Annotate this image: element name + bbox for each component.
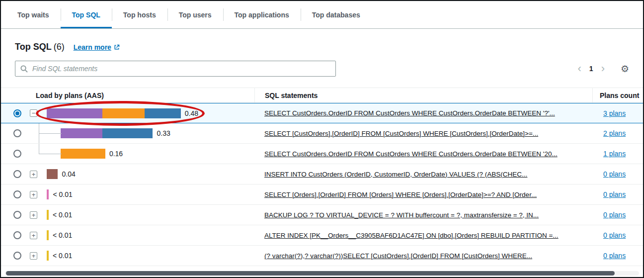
table-row: + < 0.01 BACKUP LOG ? TO VIRTUAL_DEVICE … — [1, 205, 643, 225]
load-bar-segment — [102, 108, 144, 118]
plans-count-cell: 0 plans — [592, 231, 644, 239]
row-radio-button[interactable] — [13, 109, 21, 117]
load-bar — [47, 251, 49, 261]
tab-label: Top SQL — [72, 11, 100, 19]
table-row: + < 0.01 SELECT [Orders].[OrderID] FROM … — [1, 185, 643, 205]
tab-label: Top users — [179, 11, 212, 19]
load-value: 0.04 — [62, 170, 75, 178]
expander-cell: + — [29, 225, 47, 245]
sql-statement-link[interactable]: BACKUP LOG ? TO VIRTUAL_DEVICE = ? WITH … — [264, 211, 539, 219]
search-input[interactable] — [32, 65, 330, 73]
sql-statement-cell: SELECT [Orders].[OrderID] FROM [Orders] … — [254, 185, 592, 204]
expand-toggle-icon[interactable]: − — [30, 109, 37, 117]
sql-statement-link[interactable]: ALTER INDEX [PK__Orders__C3905BAF6D1AC47… — [264, 232, 559, 239]
column-header-load: Load by plans (AAS) — [1, 88, 254, 102]
load-bar-cell: 0.16 — [47, 144, 254, 164]
load-bar — [61, 149, 105, 159]
radio-cell — [1, 103, 29, 123]
expand-toggle-icon[interactable]: + — [30, 232, 37, 239]
tab-top-databases[interactable]: Top databases — [301, 1, 372, 28]
column-header-plans: Plans count — [592, 88, 644, 102]
tab-top-sql[interactable]: Top SQL — [61, 1, 112, 28]
tree-connector-line — [39, 133, 62, 134]
page-number: 1 — [589, 65, 593, 73]
pagination: ‹ 1 › ⚙ — [575, 63, 630, 74]
expander-cell: + — [29, 164, 47, 184]
plans-count-cell: 1 plans — [592, 150, 644, 158]
table-row: + < 0.01 ALTER INDEX [PK__Orders__C3905B… — [1, 225, 643, 246]
load-bar-cell: 0.33 — [47, 123, 254, 143]
load-bar-cell: 0.48 — [47, 103, 254, 123]
load-value: < 0.01 — [53, 252, 72, 260]
load-bar-segment — [61, 149, 105, 159]
page-title-text: Top SQL — [15, 42, 52, 52]
row-radio-button[interactable] — [13, 150, 21, 158]
sql-statement-cell: SELECT CustOrders.OrderID FROM CustOrder… — [254, 103, 592, 123]
sql-statement-cell: BACKUP LOG ? TO VIRTUAL_DEVICE = ? WITH … — [254, 205, 592, 225]
table-row: 0.33 SELECT [CustOrders].[OrderID] FROM … — [1, 123, 643, 144]
row-radio-button[interactable] — [13, 190, 21, 198]
radio-cell — [1, 246, 29, 266]
table-row: − 0.48 SELECT CustOrders.OrderID FROM Cu… — [1, 103, 643, 123]
load-bar-segment — [47, 169, 58, 179]
radio-cell — [1, 144, 29, 164]
sql-statement-link[interactable]: INSERT INTO CustOrders (OrderID, Custome… — [264, 171, 527, 178]
table-row: 0.16 SELECT CustOrders.OrderID FROM Cust… — [1, 144, 643, 164]
row-radio-button[interactable] — [13, 231, 21, 239]
plans-count-cell: 0 plans — [592, 170, 644, 178]
tree-connector-line — [39, 144, 39, 154]
row-radio-button[interactable] — [13, 129, 21, 137]
table-row: + < 0.01 (? varchar(?),? varchar(?))SELE… — [1, 246, 643, 266]
tab-label: Top applications — [235, 11, 289, 19]
top-sql-panel: Top waits Top SQL Top hosts Top users To… — [0, 0, 644, 278]
sql-statement-link[interactable]: (? varchar(?),? varchar(?))SELECT [CustO… — [264, 252, 532, 260]
tab-top-users[interactable]: Top users — [167, 1, 223, 28]
page-title: Top SQL(6) — [15, 42, 65, 52]
sql-statement-cell: SELECT CustOrders.OrderID FROM CustOrder… — [254, 144, 592, 164]
row-radio-button[interactable] — [13, 252, 21, 260]
plans-count-link[interactable]: 0 plans — [603, 190, 626, 198]
search-box[interactable] — [15, 61, 336, 77]
row-radio-button[interactable] — [13, 170, 21, 178]
load-bar — [47, 210, 49, 220]
table-row: + 0.04 INSERT INTO CustOrders (OrderID, … — [1, 164, 643, 185]
plans-count-cell: 3 plans — [592, 109, 644, 117]
load-value: < 0.01 — [53, 231, 72, 239]
plans-count-link[interactable]: 0 plans — [603, 211, 626, 219]
chevron-right-icon[interactable]: › — [598, 63, 608, 74]
row-radio-button[interactable] — [13, 211, 21, 219]
gear-icon[interactable]: ⚙ — [621, 64, 629, 74]
radio-cell — [1, 164, 29, 184]
sql-statement-cell: INSERT INTO CustOrders (OrderID, Custome… — [254, 164, 592, 184]
plans-count-link[interactable]: 2 plans — [603, 129, 626, 137]
plans-count-cell: 0 plans — [592, 211, 644, 219]
tab-label: Top databases — [312, 11, 360, 19]
tab-top-waits[interactable]: Top waits — [6, 1, 61, 28]
load-value: 0.48 — [185, 109, 198, 117]
learn-more-label: Learn more — [74, 43, 111, 51]
tab-top-hosts[interactable]: Top hosts — [112, 1, 167, 28]
radio-cell — [1, 225, 29, 245]
plans-count-link[interactable]: 0 plans — [603, 252, 626, 260]
plans-count-link[interactable]: 0 plans — [603, 231, 626, 239]
load-bar — [47, 230, 49, 240]
expand-toggle-icon[interactable]: + — [30, 252, 37, 260]
sql-statement-link[interactable]: SELECT [Orders].[OrderID] FROM [Orders] … — [264, 191, 537, 198]
plans-count-link[interactable]: 3 plans — [603, 109, 626, 117]
sql-statement-link[interactable]: SELECT CustOrders.OrderID FROM CustOrder… — [264, 150, 558, 158]
load-bar-segment — [47, 108, 102, 118]
sql-statement-link[interactable]: SELECT [CustOrders].[OrderID] FROM [Cust… — [264, 130, 538, 137]
tab-top-applications[interactable]: Top applications — [223, 1, 301, 28]
chevron-left-icon[interactable]: ‹ — [575, 63, 584, 74]
plans-count-link[interactable]: 0 plans — [603, 170, 626, 178]
expand-toggle-icon[interactable]: + — [30, 191, 37, 198]
table-header: Load by plans (AAS) SQL statements Plans… — [1, 88, 643, 103]
horizontal-scrollbar-thumb[interactable] — [6, 271, 615, 276]
expand-toggle-icon[interactable]: + — [30, 171, 37, 178]
sql-statement-link[interactable]: SELECT CustOrders.OrderID FROM CustOrder… — [264, 109, 555, 117]
expand-toggle-icon[interactable]: + — [30, 211, 37, 219]
load-bar — [47, 189, 49, 199]
learn-more-link[interactable]: Learn more — [74, 43, 120, 51]
plans-count-link[interactable]: 1 plans — [603, 150, 626, 158]
expander-cell: − — [29, 103, 47, 123]
